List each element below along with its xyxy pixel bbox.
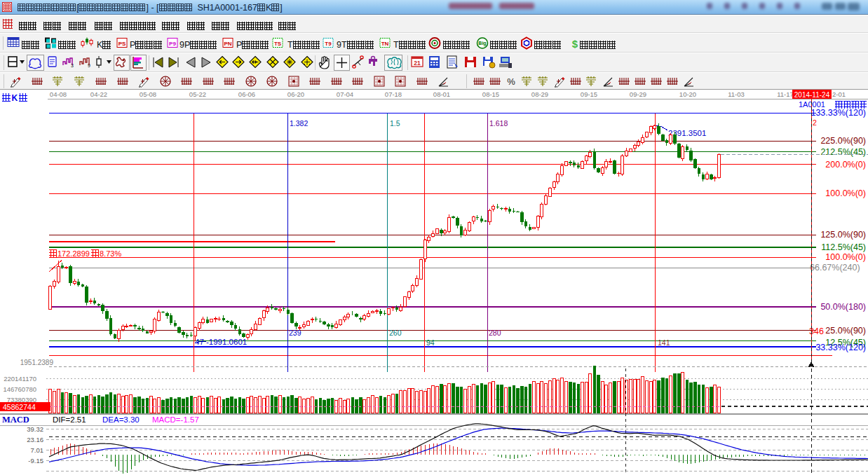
svg-text:280: 280 [489,329,501,337]
svg-text:94: 94 [426,338,435,347]
svg-text:212.5%(45): 212.5%(45) [820,147,866,157]
svg-text:05-08: 05-08 [140,90,156,98]
svg-text:1.5: 1.5 [390,119,400,128]
svg-text:07-18: 07-18 [385,90,402,98]
svg-text:200.0%(0): 200.0%(0) [825,160,866,170]
svg-text:100.0%(0): 100.0%(0) [825,188,866,198]
svg-text:-9.15: -9.15 [28,457,43,464]
svg-text:08-01: 08-01 [433,90,450,98]
svg-text:MACD: MACD [2,415,29,425]
svg-text:133.33%(120): 133.33%(120) [811,108,866,118]
svg-text:7.01: 7.01 [31,446,44,454]
svg-text:50.0%(180): 50.0%(180) [820,302,866,312]
svg-text:39.32: 39.32 [27,425,43,433]
svg-text:08-29: 08-29 [531,90,548,98]
svg-text:146760780: 146760780 [3,385,36,393]
svg-text:1951.2389: 1951.2389 [20,359,54,366]
svg-text:DIF=2.51: DIF=2.51 [53,415,86,424]
svg-text:225.0%(90): 225.0%(90) [820,136,866,146]
svg-text:220141170: 220141170 [4,375,36,383]
svg-text:07-04: 07-04 [337,90,353,98]
svg-text:172.2899: 172.2899 [57,249,90,258]
svg-text:8.73%: 8.73% [100,249,121,258]
svg-text:141: 141 [658,338,670,347]
svg-text:45862744: 45862744 [3,403,36,411]
svg-text:112.5%(45): 112.5%(45) [821,242,866,252]
svg-text:239: 239 [289,329,301,337]
svg-text:25.0%(90): 25.0%(90) [825,326,866,336]
svg-text:1.618: 1.618 [489,119,508,128]
svg-text:10-20: 10-20 [679,90,696,98]
svg-text:09-15: 09-15 [581,90,597,98]
svg-text:260: 260 [389,329,402,337]
svg-text:66.67%(240): 66.67%(240) [810,263,860,273]
svg-text:11-17: 11-17 [777,90,794,98]
svg-text:23.16: 23.16 [27,436,43,443]
svg-text:100.0%(0): 100.0%(0) [825,252,866,262]
svg-text:06-20: 06-20 [287,90,304,98]
svg-text:06-06: 06-06 [238,90,255,98]
svg-text:2-01: 2-01 [832,90,846,98]
svg-text:05-22: 05-22 [189,90,206,98]
svg-text:33.33%(120): 33.33%(120) [815,343,866,352]
svg-text:1.382: 1.382 [290,119,308,128]
svg-text:2: 2 [813,118,817,127]
svg-text:2014-11-24: 2014-11-24 [794,91,830,99]
svg-text:47 -1991.0601: 47 -1991.0601 [195,338,247,346]
svg-text:DEA=3.30: DEA=3.30 [102,415,140,424]
svg-text:11-03: 11-03 [728,90,745,98]
svg-text:K: K [12,93,18,103]
svg-text:09-29: 09-29 [630,90,646,98]
svg-text:08-15: 08-15 [482,90,499,98]
svg-text:MACD=-1.57: MACD=-1.57 [152,415,199,424]
svg-text:125.0%(90): 125.0%(90) [820,230,866,240]
svg-text:04-22: 04-22 [90,90,107,98]
svg-text:04-08: 04-08 [50,90,67,98]
